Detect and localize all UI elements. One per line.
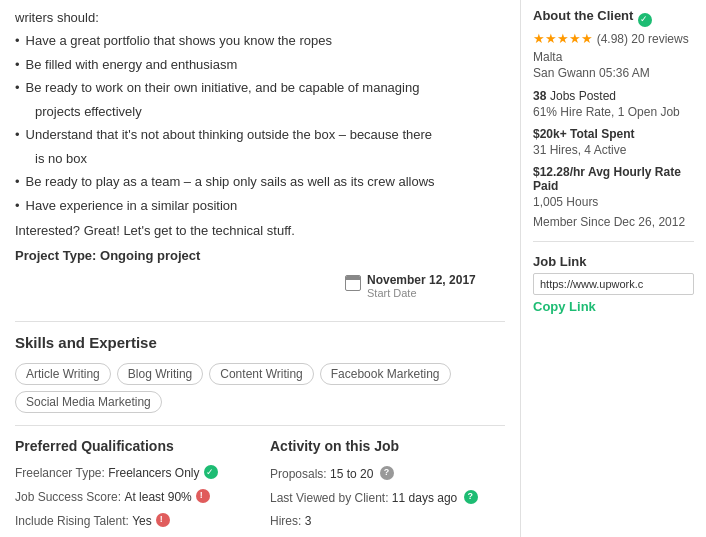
location: Malta [533,50,694,64]
timezone: San Gwann 05:36 AM [533,66,694,80]
skill-tag[interactable]: Content Writing [209,363,313,385]
activity-row: Hires: 3 [270,512,505,530]
pay-section [15,273,325,309]
jobs-posted-row: 38 Jobs Posted [533,88,694,103]
skill-tag[interactable]: Social Media Marketing [15,391,162,413]
jobs-posted-label: Jobs Posted [550,89,616,103]
activity-label: Last Viewed by Client: [270,491,389,505]
main-content: writers should: Have a great portfolio t… [0,0,521,537]
project-type: Project Type: Ongoing project [15,248,505,263]
skills-section-title: Skills and Expertise [15,334,505,351]
divider [15,425,505,426]
sidebar: About the Client ★★★★★ (4.98) 20 reviews… [521,0,706,537]
start-date-label: Start Date [367,287,476,299]
activity-value: 3 [305,514,312,528]
bullet-list: Have a great portfolio that shows you kn… [15,31,505,215]
rating-row: ★★★★★ (4.98) 20 reviews [533,31,694,46]
list-item: Have experience in a similar position [15,196,505,216]
activity-label: Hires: [270,514,301,528]
project-type-label: Project Type: [15,248,96,263]
interested-text: Interested? Great! Let's get to the tech… [15,223,505,238]
qual-row: Freelancer Type: Freelancers Only [15,464,250,482]
sidebar-divider [533,241,694,242]
start-date-value: November 12, 2017 [367,273,476,287]
list-item-indent: is no box [15,149,505,169]
calendar-icon [345,275,361,291]
start-date-section: November 12, 2017 Start Date [345,273,505,309]
qual-label: Job Success Score: [15,488,124,506]
copy-link-button[interactable]: Copy Link [533,299,596,314]
list-item-indent: projects effectively [15,102,505,122]
preferred-section-title: Preferred Qualifications [15,438,250,454]
job-link-input[interactable] [533,273,694,295]
list-item: Be ready to work on their own initiative… [15,78,505,98]
hire-rate: 61% Hire Rate, 1 Open Job [533,105,694,119]
help-green-icon [464,490,478,504]
stars-icon: ★★★★★ [533,31,593,46]
activity-label: Proposals: [270,467,327,481]
about-client-title: About the Client [533,8,633,23]
jobs-posted-count: 38 [533,89,546,103]
activity-col: Activity on this Job Proposals: 15 to 20… [270,438,505,537]
avg-rate-label: $12.28/hr Avg Hourly Rate Paid [533,165,694,193]
help-icon [380,466,394,480]
red-warning-icon [196,489,210,503]
activity-section-title: Activity on this Job [270,438,505,454]
skill-tag[interactable]: Blog Writing [117,363,203,385]
avg-rate-sub: 1,005 Hours [533,195,694,209]
total-spent-label: $20k+ Total Spent [533,127,694,141]
qual-value: Yes [132,512,152,530]
member-since: Member Since Dec 26, 2012 [533,215,694,229]
divider [15,321,505,322]
activity-value: 11 days ago [392,491,457,505]
qual-row: Include Rising Talent: Yes [15,512,250,530]
qual-row: Job Success Score: At least 90% [15,488,250,506]
activity-row: Last Viewed by Client: 11 days ago [270,488,505,507]
job-link-title: Job Link [533,254,694,269]
rating-value: (4.98) 20 reviews [597,32,689,46]
activity-value: 15 to 20 [330,467,373,481]
qual-value: At least 90% [124,488,191,506]
activity-row: Proposals: 15 to 20 [270,464,505,483]
pay-start-row: November 12, 2017 Start Date [15,273,505,309]
qual-value: Freelancers Only [108,464,199,482]
bottom-two-col: Preferred Qualifications Freelancer Type… [15,438,505,537]
red-warning-icon [156,513,170,527]
about-client-header: About the Client [533,8,694,31]
verified-icon [638,13,652,27]
qual-label: Freelancer Type: [15,464,108,482]
list-item: Understand that it's not about thinking … [15,125,505,145]
total-spent-sub: 31 Hires, 4 Active [533,143,694,157]
skills-container: Article Writing Blog Writing Content Wri… [15,363,505,413]
project-type-value: Ongoing project [100,248,200,263]
skill-tag[interactable]: Facebook Marketing [320,363,451,385]
qual-label: Include Rising Talent: [15,512,132,530]
list-item: Be ready to play as a team – a ship only… [15,172,505,192]
list-item: Have a great portfolio that shows you kn… [15,31,505,51]
preferred-qualifications-col: Preferred Qualifications Freelancer Type… [15,438,250,537]
green-check-icon [204,465,218,479]
list-item: Be filled with energy and enthusiasm [15,55,505,75]
writers-intro: writers should: [15,10,505,25]
skill-tag[interactable]: Article Writing [15,363,111,385]
